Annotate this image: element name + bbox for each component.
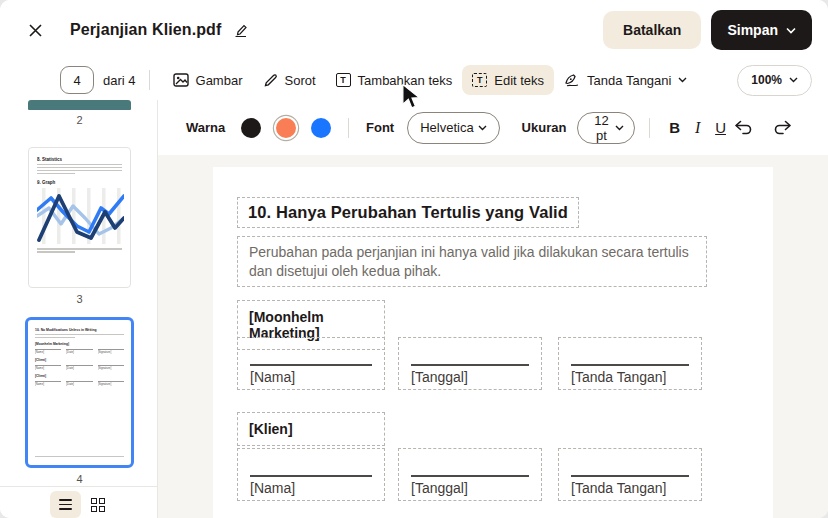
document-area: 10. Hanya Perubahan Tertulis yang Valid …	[158, 155, 828, 518]
thumb4-field-row: [Name] [Date] [Signature]	[35, 365, 124, 370]
italic-button[interactable]: I	[686, 113, 709, 143]
field-label: [Tanggal]	[411, 480, 468, 496]
highlighter-pen-icon	[263, 73, 278, 88]
underline-button[interactable]: U	[709, 113, 732, 143]
sidebar-footer-divider	[0, 486, 157, 487]
size-value: 12 pt	[588, 113, 614, 143]
thumb-text-line	[37, 167, 122, 169]
thumb4-heading: 10. No Modifications Unless in Writing	[35, 328, 124, 332]
chevron-down-icon	[615, 125, 624, 131]
page-3-label: 3	[28, 293, 131, 305]
redo-icon	[773, 120, 792, 135]
thumb4-party2: [Client]	[35, 358, 124, 362]
file-title: Perjanjian Klien.pdf	[70, 21, 221, 39]
field-label: [Tanda Tangan]	[571, 369, 667, 385]
party-name-box[interactable]: [Klien]	[237, 412, 385, 446]
size-label: Ukuran	[522, 120, 567, 135]
thumbnail-page-2-partial[interactable]	[28, 100, 131, 110]
line-chart-thumbnail	[37, 188, 124, 244]
format-divider	[348, 118, 349, 138]
sign-button[interactable]: Tanda Tangani	[554, 65, 697, 95]
thumb4-party3: [Client]	[35, 374, 124, 378]
add-text-label: Tambahkan teks	[358, 73, 453, 88]
rename-button[interactable]	[233, 23, 248, 38]
field-label: [Tanda Tangan]	[571, 480, 667, 496]
zoom-value: 100%	[751, 73, 782, 87]
highlight-label: Sorot	[285, 73, 316, 88]
thumb4-field-row: [Name] [Date] [Signature]	[35, 381, 124, 386]
sign-label: Tanda Tangani	[587, 73, 671, 88]
chevron-down-icon	[786, 27, 796, 34]
field-label: [Tanggal]	[411, 369, 468, 385]
thumb-text-line	[35, 456, 124, 457]
add-text-button[interactable]: T Tambahkan teks	[326, 65, 463, 95]
size-select[interactable]: 12 pt	[577, 112, 634, 144]
signature-field-name[interactable]: [Nama]	[237, 448, 385, 501]
edit-text-icon: T	[472, 73, 487, 87]
format-divider	[649, 118, 650, 138]
text-format-bar: Warna Font Helvetica Ukuran 12 pt B I U	[158, 100, 828, 155]
signature-line	[571, 364, 689, 366]
signature-field-date[interactable]: [Tanggal]	[398, 448, 542, 501]
history-buttons	[732, 118, 794, 137]
list-view-icon	[59, 499, 72, 510]
redo-button[interactable]	[771, 118, 794, 137]
page-count-label: dari 4	[103, 73, 136, 88]
pencil-icon	[233, 23, 248, 38]
toolbar-divider	[149, 70, 150, 90]
insert-image-label: Gambar	[196, 73, 243, 88]
image-icon	[173, 73, 189, 87]
close-button[interactable]	[22, 17, 48, 43]
signature-line	[571, 475, 689, 477]
section-heading[interactable]: 10. Hanya Perubahan Tertulis yang Valid	[237, 197, 579, 228]
undo-button[interactable]	[732, 118, 755, 137]
bold-button[interactable]: B	[663, 113, 686, 143]
edit-text-label: Edit teks	[494, 73, 544, 88]
close-icon	[28, 23, 43, 38]
thumb-text-line	[37, 164, 122, 166]
signature-field-name[interactable]: [Nama]	[237, 337, 385, 390]
cancel-button[interactable]: Batalkan	[603, 11, 701, 49]
zoom-control[interactable]: 100%	[737, 65, 812, 96]
undo-icon	[734, 120, 753, 135]
chevron-down-icon	[678, 77, 687, 83]
thumbnail-page-4-selected[interactable]: 10. No Modifications Unless in Writing […	[25, 317, 134, 468]
page-2-label: 2	[28, 114, 131, 126]
color-label: Warna	[186, 120, 225, 135]
section-paragraph[interactable]: Perubahan pada perjanjian ini hanya vali…	[237, 236, 707, 287]
page-number-input[interactable]	[60, 66, 94, 94]
save-button[interactable]: Simpan	[711, 10, 812, 50]
signature-line	[250, 364, 372, 366]
signature-field-signature[interactable]: [Tanda Tangan]	[558, 448, 702, 501]
signature-line	[411, 364, 529, 366]
edit-text-button[interactable]: T Edit teks	[462, 65, 554, 95]
thumb-text-line	[37, 251, 75, 253]
signature-field-signature[interactable]: [Tanda Tangan]	[558, 337, 702, 390]
thumb-text-line	[37, 248, 122, 250]
highlight-button[interactable]: Sorot	[253, 65, 326, 95]
font-select[interactable]: Helvetica	[407, 112, 499, 144]
thumb-text-line	[35, 334, 124, 336]
insert-image-button[interactable]: Gambar	[163, 65, 253, 95]
color-swatch-orange[interactable]	[276, 118, 296, 138]
color-swatch-black[interactable]	[241, 118, 261, 138]
thumb4-field-row: [Name] [Date] [Signature]	[35, 349, 124, 354]
save-button-label: Simpan	[727, 22, 778, 38]
thumb-text-line	[37, 170, 122, 172]
thumb3-graph-heading: 9. Graph	[37, 180, 122, 185]
chevron-down-icon	[478, 125, 487, 131]
grid-view-button[interactable]	[87, 494, 109, 516]
signature-field-date[interactable]: [Tanggal]	[398, 337, 542, 390]
add-text-icon: T	[336, 73, 351, 87]
page-4-label: 4	[28, 473, 131, 485]
color-swatch-blue[interactable]	[311, 118, 331, 138]
thumbnail-page-3[interactable]: 8. Statistics 9. Graph	[28, 147, 131, 288]
grid-view-icon	[91, 498, 105, 512]
tool-row: dari 4 Gambar Sorot T Tambahkan teks T E…	[0, 60, 828, 100]
list-view-button[interactable]	[50, 491, 81, 518]
thumb3-stats-heading: 8. Statistics	[37, 157, 122, 162]
thumbnail-sidebar: 2 8. Statistics 9. Graph 3 10. No Modifi…	[0, 100, 158, 518]
pen-nib-icon	[564, 73, 580, 87]
header: Perjanjian Klien.pdf Batalkan Simpan	[0, 0, 828, 60]
pdf-editor-window: Perjanjian Klien.pdf Batalkan Simpan dar…	[0, 0, 828, 518]
